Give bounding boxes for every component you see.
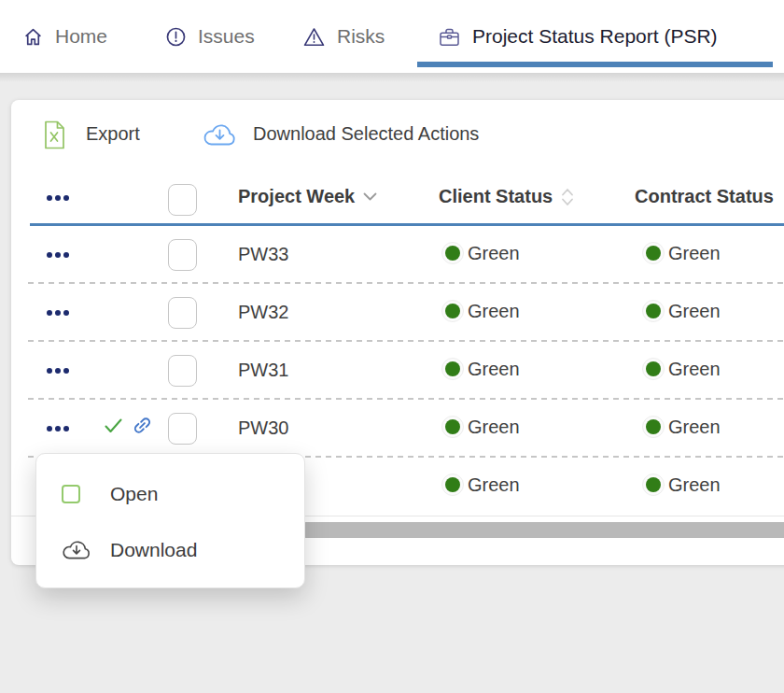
header-actions-menu[interactable]	[47, 195, 69, 201]
column-header-project-week[interactable]: Project Week	[238, 186, 377, 207]
nav-shadow	[0, 73, 784, 82]
status-dot-halo	[441, 416, 464, 438]
project-week-cell: PW33	[238, 244, 288, 265]
row-context-menu: Open Download	[35, 453, 305, 588]
row-annotations	[105, 415, 153, 436]
status-label: Green	[468, 243, 520, 264]
green-status-dot	[646, 361, 661, 376]
row-checkbox[interactable]	[168, 413, 197, 445]
tab-label: Home	[55, 25, 107, 48]
status-dot-halo	[642, 242, 665, 264]
context-menu-item-download[interactable]: Download	[36, 522, 304, 578]
status-label: Green	[668, 474, 721, 496]
home-icon	[23, 27, 43, 47]
green-status-dot	[445, 477, 460, 492]
alert-circle-icon	[166, 27, 186, 47]
contract-status-cell: Green	[642, 300, 721, 322]
row-actions-menu[interactable]	[47, 310, 69, 316]
check-icon	[105, 418, 122, 433]
table-row[interactable]: PW30 Green Green	[11, 400, 784, 458]
tab-label: Issues	[198, 25, 255, 48]
client-status-cell: Green	[441, 242, 520, 264]
table-row[interactable]: PW33 Green Green	[11, 226, 784, 284]
client-status-cell: Green	[441, 358, 520, 380]
status-label: Green	[668, 359, 721, 380]
green-status-dot	[646, 419, 661, 434]
status-dot-halo	[642, 300, 665, 322]
client-status-cell: Green	[441, 416, 520, 438]
status-dot-halo	[441, 474, 464, 496]
table-header: Project Week Client Status Contract Stat…	[11, 173, 784, 226]
status-label: Green	[468, 359, 520, 380]
sort-desc-icon	[363, 192, 377, 201]
status-dot-halo	[441, 242, 464, 264]
status-label: Green	[668, 243, 721, 264]
row-actions-menu[interactable]	[47, 426, 69, 431]
table-row[interactable]: PW32 Green Green	[11, 284, 784, 342]
cloud-download-icon[interactable]	[203, 122, 237, 148]
active-tab-underline	[417, 62, 773, 67]
row-checkbox[interactable]	[168, 355, 197, 387]
tab-home[interactable]: Home	[23, 0, 107, 73]
row-checkbox[interactable]	[168, 239, 197, 271]
table-row[interactable]: PW31 Green Green	[11, 342, 784, 400]
status-label: Green	[668, 417, 721, 438]
tab-issues[interactable]: Issues	[166, 0, 255, 73]
project-week-cell: PW32	[238, 302, 288, 323]
excel-export-icon[interactable]	[44, 120, 65, 149]
status-dot-halo	[642, 358, 665, 380]
green-status-dot	[445, 361, 460, 376]
download-selected-actions-button[interactable]: Download Selected Actions	[253, 123, 479, 145]
export-button[interactable]: Export	[86, 123, 140, 145]
project-week-cell: PW30	[238, 417, 288, 439]
green-status-dot	[646, 246, 661, 261]
horizontal-scrollbar-thumb[interactable]	[299, 522, 784, 538]
status-dot-halo	[642, 416, 665, 438]
status-label: Green	[468, 417, 520, 438]
table-toolbar: Export Download Selected Actions	[11, 100, 784, 173]
status-dot-halo	[441, 358, 464, 380]
open-square-icon	[62, 485, 93, 503]
select-all-checkbox[interactable]	[168, 184, 197, 216]
contract-status-cell: Green	[642, 242, 721, 264]
status-dot-halo	[642, 474, 665, 496]
top-navigation: Home Issues Risks	[0, 0, 784, 73]
context-menu-item-open[interactable]: Open	[36, 466, 304, 522]
client-status-cell: Green	[441, 300, 520, 322]
warning-triangle-icon	[303, 27, 325, 47]
row-actions-menu[interactable]	[47, 368, 69, 374]
link-icon[interactable]	[132, 415, 153, 436]
green-status-dot	[646, 304, 661, 318]
status-dot-halo	[441, 300, 464, 322]
green-status-dot	[445, 419, 460, 434]
client-status-cell: Green	[441, 474, 520, 496]
row-checkbox[interactable]	[168, 297, 197, 329]
tab-label: Project Status Report (PSR)	[472, 25, 718, 48]
column-header-contract-status[interactable]: Contract Status	[635, 186, 774, 207]
green-status-dot	[646, 477, 661, 492]
contract-status-cell: Green	[642, 358, 721, 380]
status-label: Green	[468, 301, 520, 322]
status-label: Green	[468, 474, 520, 496]
project-week-cell: PW31	[238, 360, 288, 381]
tab-label: Risks	[337, 25, 385, 48]
green-status-dot	[445, 304, 460, 318]
green-status-dot	[445, 246, 460, 261]
tab-risks[interactable]: Risks	[303, 0, 385, 73]
briefcase-icon	[439, 27, 460, 47]
cloud-download-icon	[62, 539, 93, 561]
column-header-client-status[interactable]: Client Status	[439, 186, 574, 207]
row-actions-menu[interactable]	[47, 252, 69, 258]
sort-both-icon	[561, 187, 574, 207]
status-label: Green	[668, 301, 721, 322]
contract-status-cell: Green	[642, 474, 721, 496]
contract-status-cell: Green	[642, 416, 721, 438]
